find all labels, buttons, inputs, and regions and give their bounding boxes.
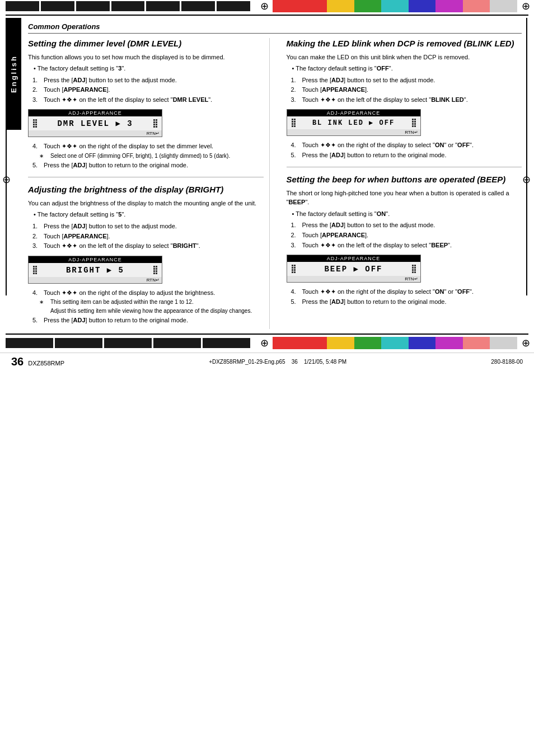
- blink-step-4: 4. Touch ✦❖✦ on the right of the display…: [291, 140, 522, 151]
- bright-subnote-1: ∗ This setting item can be adjusted with…: [39, 298, 264, 307]
- page-code: DXZ858RMP: [28, 360, 64, 367]
- dmr-display-text: DMR LEVEL ▶ 3: [39, 119, 151, 128]
- blink-step-5: 5. Press the [ADJ] button to return to t…: [291, 151, 522, 161]
- bright-steps2: 4. Touch ✦❖✦ on the right of the display…: [32, 288, 264, 326]
- bright-default: The factory default setting is "5".: [34, 210, 264, 219]
- beep-step-3: 3. Touch ✦❖✦ on the left of the display …: [291, 241, 522, 251]
- blink-default: The factory default setting is "OFF".: [292, 64, 522, 73]
- dimmer-subnote: ∗ Select one of OFF (dimming OFF, bright…: [39, 152, 264, 161]
- bright-display-header: ADJ-APPEARANCE: [29, 256, 162, 263]
- beep-intro: The short or long high-pitched tone you …: [287, 189, 522, 207]
- section-bright: Adjusting the brightness of the display …: [28, 184, 264, 325]
- dimmer-steps: 1. Press the [ADJ] button to set to the …: [32, 76, 264, 105]
- bright-title: Adjusting the brightness of the display …: [28, 184, 264, 195]
- blink-right-dots: [412, 119, 416, 127]
- footer-right: 280-8188-00: [491, 359, 523, 365]
- bright-subnote-2: Adjust this setting item while viewing h…: [39, 307, 264, 316]
- footer-center: +DXZ858RMP_01-29-Eng.p65 36 1/21/05, 5:4…: [209, 359, 346, 365]
- dmr-right-dots: [153, 119, 157, 128]
- page-footer: 36 DXZ858RMP +DXZ858RMP_01-29-Eng.p65 36…: [0, 353, 534, 370]
- dmr-display-footer: RTN↵: [29, 130, 162, 137]
- beep-title: Setting the beep for when buttons are op…: [287, 174, 522, 185]
- dmr-display: ADJ-APPEARANCE DMR LEVEL ▶ 3: [28, 109, 162, 137]
- dimmer-step-5: 5. Press the [ADJ] button to return to t…: [32, 161, 264, 171]
- dimmer-step-1: 1. Press the [ADJ] button to set to the …: [32, 76, 264, 86]
- blink-display-footer: RTN↵: [287, 129, 420, 135]
- bright-display-text: BRIGHT ▶ 5: [39, 265, 151, 275]
- page-number: 36: [11, 355, 24, 368]
- dimmer-step-2: 2. Touch [APPEARANCE].: [32, 85, 264, 95]
- bright-step-4: 4. Touch ✦❖✦ on the right of the display…: [32, 288, 264, 298]
- beep-display-header: ADJ-APPEARANCE: [287, 255, 420, 262]
- dimmer-title: Setting the dimmer level (DMR LEVEL): [28, 38, 264, 49]
- blink-step-3: 3. Touch ✦❖✦ on the left of the display …: [291, 95, 522, 105]
- blink-title: Making the LED blink when DCP is removed…: [287, 38, 522, 49]
- crosshair-left-mid: ⊕: [2, 173, 11, 186]
- crosshair-bottom-right: ⊕: [517, 337, 534, 349]
- beep-right-dots: [412, 265, 416, 273]
- bright-intro: You can adjust the brightness of the dis…: [28, 199, 264, 208]
- section-blink: Making the LED blink when DCP is removed…: [287, 38, 522, 160]
- beep-display: ADJ-APPEARANCE BEEP ▶ OFF: [287, 255, 421, 283]
- bright-step-1: 1. Press the [ADJ] button to set to the …: [32, 222, 264, 232]
- dmr-display-header: ADJ-APPEARANCE: [29, 110, 162, 116]
- beep-steps2: 4. Touch ✦❖✦ on the right of the display…: [291, 287, 522, 307]
- dimmer-step-4: 4. Touch ✦❖✦ on the right of the display…: [32, 142, 264, 152]
- beep-step-1: 1. Press the [ADJ] button to set to the …: [291, 220, 522, 231]
- blink-steps2: 4. Touch ✦❖✦ on the right of the display…: [291, 140, 522, 160]
- blink-display-text: BL INK LED ▶ OFF: [298, 119, 410, 127]
- bright-display-footer: RTN↵: [29, 277, 162, 283]
- crosshair-icon-left: ⊕: [256, 0, 273, 12]
- beep-step-4: 4. Touch ✦❖✦ on the right of the display…: [291, 287, 522, 297]
- beep-display-footer: RTN↵: [287, 276, 420, 282]
- dimmer-default: The factory default setting is "3".: [34, 64, 264, 73]
- blink-step-2: 2. Touch [APPEARANCE].: [291, 85, 522, 95]
- blink-step-1: 1. Press the [ADJ] button to set to the …: [291, 76, 522, 86]
- beep-default: The factory default setting is "ON".: [292, 209, 522, 219]
- left-divider: [28, 177, 264, 177]
- section-dimmer: Setting the dimmer level (DMR LEVEL) Thi…: [28, 38, 264, 170]
- section-header: Common Operations: [28, 18, 522, 34]
- beep-left-dots: [292, 265, 296, 273]
- crosshair-bottom-left: ⊕: [256, 337, 273, 349]
- dimmer-step-3: 3. Touch ✦❖✦ on the left of the display …: [32, 95, 264, 105]
- bright-step-3: 3. Touch ✦❖✦ on the left of the display …: [32, 241, 264, 251]
- dmr-left-dots: [33, 119, 37, 128]
- left-column: Setting the dimmer level (DMR LEVEL) Thi…: [28, 38, 270, 329]
- blink-display: ADJ-APPEARANCE BL INK LED ▶ OFF: [287, 109, 421, 136]
- beep-step-5: 5. Press the [ADJ] button to return to t…: [291, 297, 522, 307]
- bright-right-dots: [153, 266, 157, 274]
- section-beep: Setting the beep for when buttons are op…: [287, 174, 522, 307]
- blink-steps: 1. Press the [ADJ] button to set to the …: [291, 76, 522, 105]
- dimmer-intro: This function allows you to set how much…: [28, 53, 264, 62]
- bright-step-2: 2. Touch [APPEARANCE].: [32, 232, 264, 242]
- right-column: Making the LED blink when DCP is removed…: [281, 38, 522, 310]
- bright-left-dots: [33, 266, 37, 274]
- bright-step-5: 5. Press the [ADJ] button to return to t…: [32, 316, 264, 326]
- bright-steps: 1. Press the [ADJ] button to set to the …: [32, 222, 264, 251]
- right-divider: [287, 167, 522, 167]
- bright-display: ADJ-APPEARANCE BRIGHT ▶ 5: [28, 256, 162, 284]
- blink-intro: You can make the LED on this unit blink …: [287, 53, 522, 62]
- right-border: [526, 18, 527, 295]
- blink-display-header: ADJ-APPEARANCE: [287, 110, 420, 116]
- dimmer-steps2: 4. Touch ✦❖✦ on the right of the display…: [32, 142, 264, 170]
- crosshair-icon-right: ⊕: [517, 0, 534, 12]
- beep-display-text: BEEP ▶ OFF: [298, 264, 410, 274]
- beep-steps: 1. Press the [ADJ] button to set to the …: [291, 220, 522, 250]
- beep-step-2: 2. Touch [APPEARANCE].: [291, 231, 522, 241]
- crosshair-right-mid: ⊕: [522, 173, 531, 186]
- english-sidebar: English: [6, 18, 21, 130]
- blink-left-dots: [292, 119, 296, 127]
- english-label: English: [10, 55, 18, 93]
